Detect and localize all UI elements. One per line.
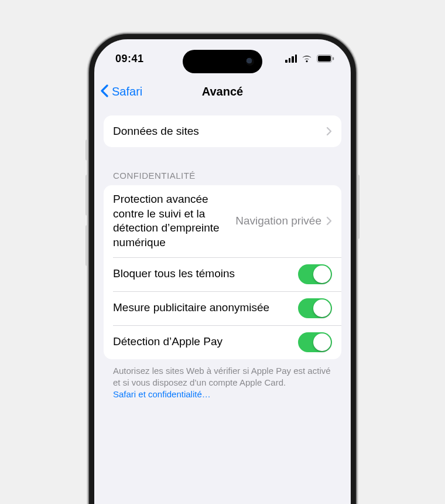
screen: Safari Avancé Données de sites CONFIDENT… <box>94 39 351 504</box>
footer-note: Autorisez les sites Web à vérifier si Ap… <box>104 359 341 401</box>
block-cookies-toggle[interactable] <box>298 264 332 284</box>
website-data-row[interactable]: Données de sites <box>104 115 341 147</box>
apple-pay-toggle[interactable] <box>298 332 332 352</box>
cellular-icon <box>285 55 297 63</box>
tracking-protection-label: Protection avancée contre le suivi et la… <box>113 192 235 250</box>
privacy-group: Protection avancée contre le suivi et la… <box>104 185 341 359</box>
ad-measurement-row: Mesure publicitaire anonymisée <box>104 291 341 325</box>
footer-text: Autorisez les sites Web à vérifier si Ap… <box>113 366 331 387</box>
status-time: 09:41 <box>115 53 144 65</box>
nav-bar: Safari Avancé <box>94 78 351 105</box>
privacy-link[interactable]: Safari et confidentialité… <box>113 389 211 399</box>
back-label: Safari <box>112 85 142 98</box>
svg-rect-1 <box>318 56 331 62</box>
svg-rect-2 <box>333 57 334 60</box>
power-button <box>356 175 360 239</box>
chevron-right-icon <box>326 216 332 226</box>
tracking-protection-row[interactable]: Protection avancée contre le suivi et la… <box>104 185 341 257</box>
apple-pay-label: Détection d’Apple Pay <box>113 335 298 349</box>
tracking-protection-value: Navigation privée <box>235 214 321 227</box>
back-button[interactable]: Safari <box>100 84 142 98</box>
privacy-header: CONFIDENTIALITÉ <box>104 171 341 185</box>
wifi-icon <box>301 55 313 63</box>
chevron-left-icon <box>100 84 111 98</box>
battery-icon <box>317 55 334 63</box>
phone-frame: 09:41 Safari <box>89 34 356 504</box>
block-cookies-row: Bloquer tous les témoins <box>104 257 341 291</box>
ad-measurement-toggle[interactable] <box>298 298 332 318</box>
chevron-right-icon <box>326 127 332 136</box>
status-icons <box>285 55 334 63</box>
ad-measurement-label: Mesure publicitaire anonymisée <box>113 301 298 315</box>
website-data-group: Données de sites <box>104 115 341 147</box>
dynamic-island <box>183 50 262 73</box>
block-cookies-label: Bloquer tous les témoins <box>113 267 298 281</box>
website-data-label: Données de sites <box>113 124 321 139</box>
apple-pay-row: Détection d’Apple Pay <box>104 325 341 359</box>
